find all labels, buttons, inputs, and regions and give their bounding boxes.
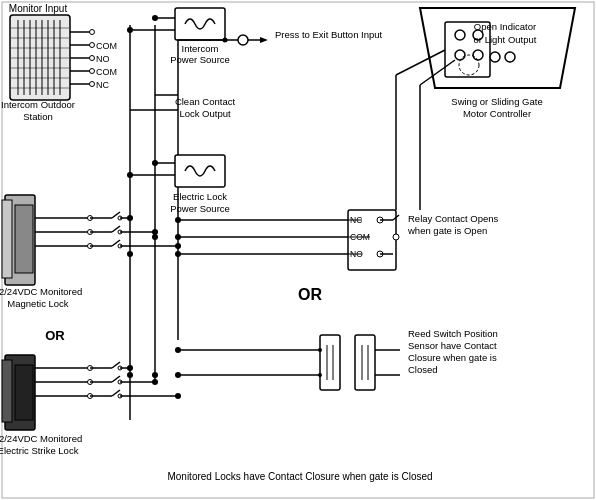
svg-point-25: [90, 69, 95, 74]
svg-text:Closed: Closed: [408, 364, 438, 375]
svg-point-114: [455, 50, 465, 60]
svg-text:Magnetic Lock: Magnetic Lock: [7, 298, 69, 309]
svg-text:Swing or Sliding Gate: Swing or Sliding Gate: [451, 96, 542, 107]
svg-point-21: [90, 43, 95, 48]
svg-text:Clean Contact: Clean Contact: [175, 96, 236, 107]
svg-point-27: [90, 82, 95, 87]
svg-point-103: [152, 379, 158, 385]
svg-text:when gate is Open: when gate is Open: [407, 225, 487, 236]
svg-point-175: [127, 172, 133, 178]
svg-point-120: [505, 52, 515, 62]
svg-text:12/24VDC Monitored: 12/24VDC Monitored: [0, 286, 82, 297]
svg-point-23: [90, 56, 95, 61]
svg-text:COM: COM: [96, 41, 117, 51]
svg-point-81: [175, 243, 181, 249]
svg-point-140: [175, 217, 181, 223]
svg-point-163: [127, 372, 133, 378]
svg-text:Relay Contact Opens: Relay Contact Opens: [408, 213, 499, 224]
svg-point-160: [175, 347, 181, 353]
svg-point-112: [455, 30, 465, 40]
svg-rect-87: [15, 365, 33, 420]
svg-point-166: [318, 348, 322, 352]
svg-text:Power Source: Power Source: [170, 203, 230, 214]
svg-text:Electric Lock: Electric Lock: [173, 191, 227, 202]
svg-point-108: [175, 393, 181, 399]
svg-point-71: [127, 215, 133, 221]
svg-text:Electric Strike Lock: Electric Strike Lock: [0, 445, 79, 456]
svg-point-167: [318, 373, 322, 377]
svg-text:Closure when gate is: Closure when gate is: [408, 352, 497, 363]
svg-rect-153: [355, 335, 375, 390]
svg-text:OR: OR: [298, 286, 322, 303]
svg-point-161: [175, 372, 181, 378]
svg-rect-37: [175, 8, 225, 40]
svg-text:NC: NC: [96, 80, 109, 90]
svg-rect-86: [2, 360, 12, 422]
svg-rect-152: [320, 335, 340, 390]
svg-point-174: [152, 15, 158, 21]
svg-text:Motor Controller: Motor Controller: [463, 108, 531, 119]
svg-rect-59: [2, 200, 12, 278]
svg-point-133: [393, 234, 399, 240]
svg-text:or Light Output: or Light Output: [474, 34, 537, 45]
svg-text:12/24VDC Monitored: 12/24VDC Monitored: [0, 433, 82, 444]
svg-text:Monitored Locks have Contact C: Monitored Locks have Contact Closure whe…: [167, 471, 432, 482]
svg-point-144: [127, 251, 133, 257]
svg-text:Open Indicator: Open Indicator: [474, 21, 536, 32]
svg-text:Sensor have Contact: Sensor have Contact: [408, 340, 497, 351]
svg-point-143: [152, 234, 158, 240]
svg-text:OR: OR: [45, 328, 65, 343]
svg-text:Press to Exit Button Input: Press to Exit Button Input: [275, 29, 383, 40]
svg-text:Intercom Outdoor: Intercom Outdoor: [1, 99, 75, 110]
svg-point-141: [175, 234, 181, 240]
wiring-diagram: Monitor Input COM NO COM NC Intercom Out…: [0, 0, 596, 500]
svg-text:Station: Station: [23, 111, 53, 122]
svg-text:NO: NO: [96, 54, 110, 64]
svg-point-162: [152, 372, 158, 378]
svg-point-176: [152, 160, 158, 166]
svg-rect-53: [175, 155, 225, 187]
svg-point-173: [127, 27, 133, 33]
svg-text:Intercom: Intercom: [182, 43, 219, 54]
svg-point-98: [127, 365, 133, 371]
svg-text:Monitor Input: Monitor Input: [9, 3, 68, 14]
svg-point-19: [90, 30, 95, 35]
svg-text:Lock Output: Lock Output: [179, 108, 231, 119]
svg-text:Reed Switch Position: Reed Switch Position: [408, 328, 498, 339]
svg-point-42: [238, 35, 248, 45]
svg-point-45: [223, 38, 228, 43]
svg-text:COM: COM: [96, 67, 117, 77]
svg-point-119: [490, 52, 500, 62]
svg-text:Power Source: Power Source: [170, 54, 230, 65]
svg-point-142: [175, 251, 181, 257]
svg-rect-60: [15, 205, 33, 273]
svg-point-115: [473, 50, 483, 60]
